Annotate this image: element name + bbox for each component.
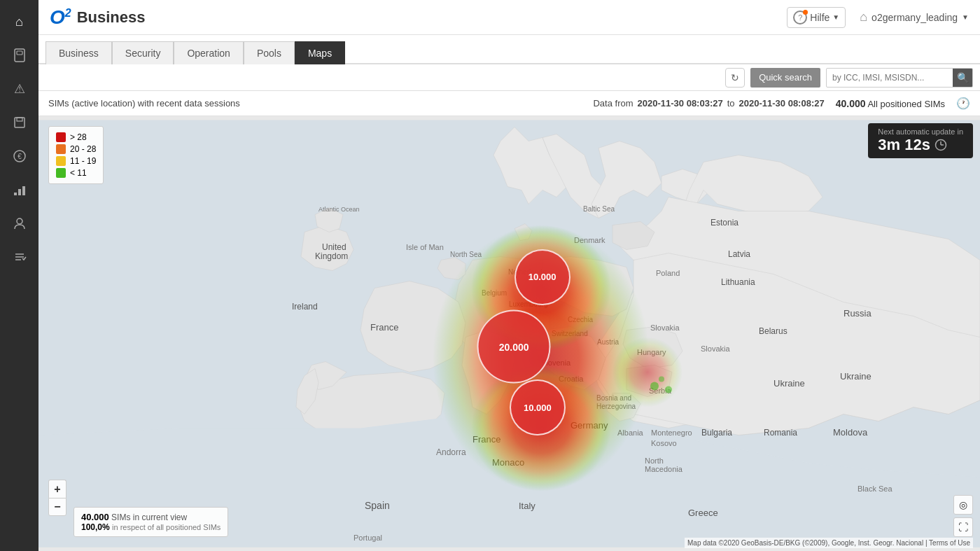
tab-operation[interactable]: Operation (174, 41, 243, 64)
svg-text:Croatia: Croatia (559, 375, 584, 383)
legend-color-med-high (56, 144, 66, 154)
tab-pools[interactable]: Pools (244, 41, 295, 64)
sidebar-item-sims[interactable] (5, 41, 34, 70)
auto-update-badge: Next automatic update in 3m 12s (868, 123, 973, 158)
legend-label-med: 11 - 19 (70, 156, 96, 166)
app-logo: O2 Business (50, 6, 146, 29)
legend-item-high: > 28 (56, 132, 96, 142)
svg-text:Black Sea: Black Sea (858, 484, 892, 493)
svg-text:North Sea: North Sea (450, 251, 482, 258)
svg-text:Isle of Man: Isle of Man (406, 243, 444, 251)
svg-text:Macedonia: Macedonia (645, 465, 683, 473)
sidebar-item-users[interactable] (5, 209, 34, 238)
clock-icon[interactable]: 🕐 (956, 97, 970, 110)
cluster-south[interactable]: 10.000 (510, 379, 566, 435)
cluster-center[interactable]: 20.000 (477, 310, 551, 384)
sim-current-label: SIMs in current view (111, 512, 187, 522)
svg-text:United: United (322, 242, 346, 252)
legend-color-med (56, 156, 66, 166)
navigation-tabs: Business Security Operation Pools Maps (38, 35, 980, 64)
positioned-sims-info: 40.000 All positioned SIMs (836, 98, 945, 109)
legend-label-low: < 11 (70, 168, 87, 178)
positioned-count: 40.000 (836, 98, 866, 109)
svg-text:Kingdom: Kingdom (315, 251, 348, 261)
svg-text:Estonia: Estonia (710, 218, 738, 228)
svg-text:Switzerland: Switzerland (552, 330, 588, 337)
tab-maps[interactable]: Maps (295, 41, 345, 64)
svg-text:France: France (370, 322, 398, 333)
svg-text:Albania: Albania (617, 428, 644, 437)
home-icon: ⌂ (860, 10, 867, 25)
svg-text:Ukraine: Ukraine (840, 371, 872, 382)
sim-stats-box: 40.000 SIMs in current view 100,0% in re… (74, 507, 228, 537)
sidebar: ⌂ ⚠ € (0, 0, 38, 551)
legend-label-med-high: 20 - 28 (70, 144, 96, 154)
map-title: SIMs (active location) with recent data … (48, 98, 240, 109)
map-attribution: Map data ©2020 GeoBasis-DE/BKG (©2009), … (685, 538, 973, 548)
svg-text:Herzegovina: Herzegovina (596, 403, 636, 410)
quick-search-button[interactable]: Quick search (750, 68, 820, 88)
legend-color-high (56, 132, 66, 142)
zoom-in-button[interactable]: + (48, 480, 66, 498)
svg-rect-8 (22, 186, 25, 195)
svg-text:Atlantic Ocean: Atlantic Ocean (318, 206, 360, 213)
locate-button[interactable]: ◎ (953, 495, 973, 515)
svg-text:Portugal: Portugal (354, 533, 382, 542)
main-content: O2 Business ? Hilfe ▼ ⌂ o2germany_leadin… (38, 0, 980, 551)
svg-text:Ireland: Ireland (292, 302, 318, 312)
tab-security[interactable]: Security (112, 41, 174, 64)
sidebar-item-reports[interactable] (5, 175, 34, 204)
positioned-label: All positioned SIMs (867, 99, 945, 109)
sidebar-item-tasks[interactable] (5, 242, 34, 272)
sidebar-item-home[interactable]: ⌂ (5, 7, 34, 36)
svg-text:Bosnia and: Bosnia and (596, 394, 631, 402)
sidebar-item-packages[interactable] (5, 108, 34, 137)
logo-o2: O2 (50, 6, 71, 29)
timer-icon (934, 139, 947, 151)
cluster-center-label: 20.000 (499, 341, 529, 352)
svg-text:Poland: Poland (656, 269, 680, 277)
legend-item-med: 11 - 19 (56, 156, 96, 166)
user-menu-button[interactable]: ⌂ o2germany_leading ▼ (860, 10, 969, 25)
sidebar-item-billing[interactable]: € (5, 141, 34, 171)
svg-rect-6 (14, 193, 17, 195)
legend-item-low: < 11 (56, 168, 96, 178)
svg-text:Kosovo: Kosovo (651, 439, 677, 447)
map-container[interactable]: United Kingdom Isle of Man Ireland Franc… (38, 116, 980, 551)
sim-pct-value: 100,0% (81, 522, 110, 532)
svg-text:Slovakia: Slovakia (650, 323, 680, 332)
help-label: Hilfe (810, 12, 830, 23)
svg-text:Latvia: Latvia (728, 249, 750, 259)
svg-text:Hungary: Hungary (637, 348, 666, 356)
svg-text:Romania: Romania (764, 428, 797, 438)
zoom-out-button[interactable]: − (48, 498, 66, 516)
svg-text:Spain: Spain (365, 500, 390, 511)
auto-update-time: 3m 12s (878, 136, 963, 154)
tab-business[interactable]: Business (46, 41, 112, 64)
sidebar-item-alerts[interactable]: ⚠ (5, 74, 34, 104)
help-button[interactable]: ? Hilfe ▼ (787, 7, 846, 28)
user-chevron-icon: ▼ (962, 13, 969, 21)
help-chevron-icon: ▼ (832, 13, 839, 21)
sim-pct-label: in respect of all positioned SIMs (112, 523, 220, 531)
user-label: o2germany_leading (872, 12, 958, 23)
search-input[interactable] (827, 73, 953, 83)
auto-update-label: Next automatic update in (878, 127, 963, 136)
sim-stats-count-row: 40.000 SIMs in current view (81, 512, 220, 522)
svg-text:Ukraine: Ukraine (774, 378, 805, 389)
svg-text:Lithuania: Lithuania (721, 277, 755, 287)
search-submit-button[interactable]: 🔍 (953, 68, 972, 88)
refresh-button[interactable]: ↻ (725, 68, 745, 88)
attribution-text: Map data ©2020 GeoBasis-DE/BKG (©2009), … (687, 539, 970, 547)
svg-text:Germany: Germany (570, 420, 608, 431)
cluster-south-label: 10.000 (524, 403, 552, 413)
svg-text:Denmark: Denmark (574, 236, 606, 244)
fullscreen-button[interactable]: ⛶ (953, 517, 973, 537)
svg-text:Montenegro: Montenegro (651, 428, 692, 437)
svg-text:Czechia: Czechia (568, 316, 594, 323)
app-header: O2 Business ? Hilfe ▼ ⌂ o2germany_leadin… (38, 0, 980, 35)
info-bar: SIMs (active location) with recent data … (38, 91, 980, 116)
svg-text:€: € (18, 153, 22, 160)
legend-label-high: > 28 (70, 132, 87, 142)
cluster-north[interactable]: 10.000 (514, 249, 570, 305)
